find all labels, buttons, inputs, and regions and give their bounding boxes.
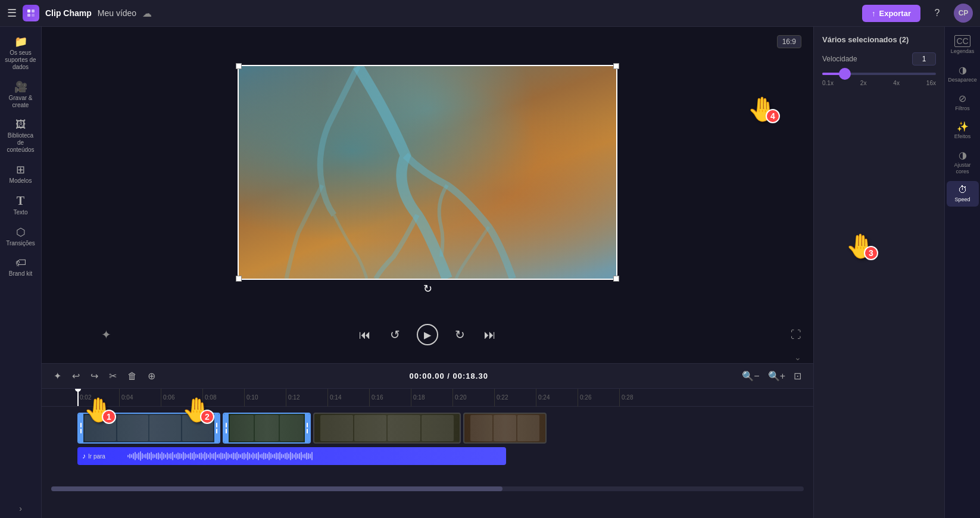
waveform-bar: [204, 452, 205, 460]
waveform-bar: [301, 452, 302, 460]
topbar-left: ☰ Clip Champ Meu vídeo ☁: [7, 5, 862, 21]
waveform-bar: [219, 454, 220, 458]
zoom-out-button[interactable]: 🔍−: [739, 368, 761, 384]
sidebar-item-content[interactable]: 🖼 Biblioteca de conteúdos: [2, 115, 39, 157]
waveform-bar: [206, 453, 207, 459]
effects-panel-button[interactable]: ✨ Efeitos: [947, 117, 979, 143]
waveform-bar: [290, 452, 291, 460]
clip-handle-left-1[interactable]: [79, 414, 83, 442]
fit-button[interactable]: ⊡: [791, 368, 804, 384]
skip-back-button[interactable]: ⏮: [357, 326, 373, 344]
sidebar-item-label: Brand kit: [9, 270, 32, 277]
zoom-in-button[interactable]: 🔍+: [766, 368, 788, 384]
upload-icon: ↑: [872, 9, 876, 18]
sidebar-item-label: Modelos: [10, 177, 32, 185]
waveform-bar: [168, 454, 170, 458]
collapse-button[interactable]: ⌄: [794, 352, 801, 362]
speed-panel-button[interactable]: ⏱ Speed: [947, 181, 979, 207]
video-clip-1[interactable]: [77, 413, 220, 444]
skip-forward-button[interactable]: ⏭: [482, 326, 498, 344]
waveform-bar: [306, 453, 307, 460]
speed-slider-thumb[interactable]: [839, 68, 851, 80]
magic-icon[interactable]: ✦: [101, 327, 111, 342]
filters-icon: ⊘: [959, 93, 966, 104]
timeline-undo-button[interactable]: ↩: [70, 368, 82, 384]
filters-panel-button[interactable]: ⊘ Filtros: [947, 89, 979, 116]
play-button[interactable]: ▶: [417, 324, 438, 345]
timeline-content: 0:02 0:04 0:06 0:08 0:10 0:12 0:14 0:16 …: [42, 389, 813, 518]
waveform-bar: [269, 452, 270, 460]
fade-panel-button[interactable]: ◑ Desaparece: [947, 61, 979, 87]
sidebar-item-text[interactable]: T Texto: [2, 191, 39, 220]
playhead[interactable]: [77, 389, 79, 406]
waveform-bar: [236, 452, 238, 460]
help-button[interactable]: ?: [928, 4, 947, 23]
waveform-bar: [277, 453, 279, 459]
timeline-cut-button[interactable]: ✂: [107, 368, 119, 384]
captions-panel-button[interactable]: CC Legendas: [947, 32, 979, 58]
app-logo: [23, 5, 39, 21]
editor-area: 16:9: [42, 27, 813, 518]
project-name[interactable]: Meu vídeo: [98, 8, 136, 18]
fullscreen-button[interactable]: ⛶: [791, 329, 801, 341]
timeline-scrollbar[interactable]: [51, 486, 804, 491]
sidebar-item-label: Texto: [14, 209, 28, 216]
waveform-bar: [174, 454, 175, 458]
timeline-delete-button[interactable]: 🗑: [125, 369, 139, 384]
audio-label: Ir para: [88, 453, 105, 460]
waveform-bar: [231, 454, 232, 458]
timeline-add-button[interactable]: ⊕: [145, 368, 158, 384]
cloud-icon[interactable]: ☁: [142, 8, 152, 19]
ruler-mark: 0:16: [369, 389, 411, 407]
waveform-bar: [245, 454, 246, 458]
speed-labels: 0.1x 2x 4x 16x: [822, 80, 936, 86]
export-button[interactable]: ↑ Exportar: [862, 5, 920, 22]
sidebar-item-record[interactable]: 🎥 Gravar & create: [2, 77, 39, 113]
clip-handle-right-2[interactable]: [305, 414, 310, 442]
forward-button[interactable]: ↻: [452, 325, 467, 344]
rotate-handle[interactable]: ↻: [423, 282, 432, 295]
sidebar-item-transitions[interactable]: ⬡ Transições: [2, 222, 39, 251]
video-clip-2[interactable]: [223, 413, 311, 444]
waveform-bar: [176, 454, 177, 458]
video-clip-4[interactable]: [463, 413, 547, 444]
clip-handle-left-2[interactable]: [224, 414, 229, 442]
sidebar-item-brand[interactable]: 🏷 Brand kit: [2, 253, 39, 281]
waveform-bar: [210, 453, 211, 460]
clip-handle-right-1[interactable]: [214, 414, 219, 442]
waveform-bar: [197, 454, 198, 458]
waveform-bar: [276, 453, 277, 460]
ruler-mark: 0:22: [494, 389, 536, 407]
speed-slider-track[interactable]: [822, 73, 936, 75]
timeline-tool-select[interactable]: ✦: [51, 368, 64, 384]
ruler-mark: 0:10: [244, 389, 286, 407]
waveform-bar: [297, 454, 298, 458]
rewind-button[interactable]: ↺: [388, 325, 402, 344]
waveform-bar: [285, 453, 286, 459]
color-panel-button[interactable]: ◑ Ajustar cores: [947, 146, 979, 179]
sidebar-item-templates[interactable]: ⊞ Modelos: [2, 160, 39, 188]
sidebar-item-media[interactable]: 📁 Os seus suportes de dados: [2, 32, 39, 74]
aspect-ratio-badge[interactable]: 16:9: [777, 35, 801, 48]
sidebar-expand-button[interactable]: ›: [19, 504, 22, 513]
waveform-bar: [242, 453, 243, 459]
waveform-bar: [202, 454, 204, 458]
waveform-bar: [138, 453, 139, 460]
resize-handle-tr[interactable]: [613, 63, 619, 69]
waveform-bar: [270, 453, 271, 459]
waveform-bar: [252, 453, 254, 460]
audio-waveform: [125, 447, 506, 465]
resize-handle-bl[interactable]: [236, 276, 242, 282]
speed-value-input[interactable]: [912, 52, 936, 65]
resize-handle-tl[interactable]: [236, 63, 242, 69]
waveform-bar: [149, 453, 150, 459]
resize-handle-br[interactable]: [613, 276, 619, 282]
video-canvas[interactable]: ↻: [238, 65, 617, 280]
video-clip-3[interactable]: [313, 413, 461, 444]
menu-icon[interactable]: ☰: [7, 7, 17, 20]
audio-track[interactable]: ♪ Ir para: [77, 447, 506, 465]
waveform-bar: [286, 453, 288, 460]
timeline-redo-button[interactable]: ↪: [88, 368, 101, 384]
avatar-button[interactable]: CP: [954, 4, 973, 23]
scrollbar-thumb[interactable]: [51, 486, 503, 491]
